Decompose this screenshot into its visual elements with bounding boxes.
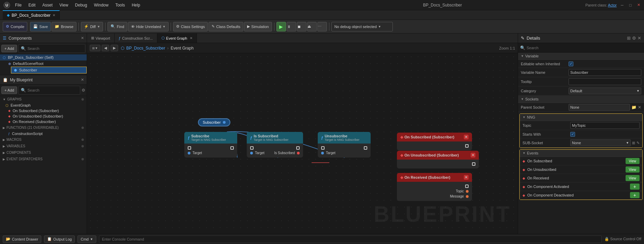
my-blueprint-add-button[interactable]: + Add	[1, 86, 17, 94]
graph-area[interactable]: Subscriber ƒ Subscribe Target is NNG Sub…	[87, 53, 518, 234]
starts-with-checkbox[interactable]: ✓	[570, 132, 575, 137]
cmd-input[interactable]	[99, 235, 602, 243]
diff-button[interactable]: ⚡ Diff ▼	[81, 22, 103, 31]
menu-view[interactable]: View	[58, 2, 70, 8]
on-subscribed-close-btn[interactable]: ✕	[464, 135, 469, 139]
play-button[interactable]: ▶	[276, 22, 286, 31]
functions-section-header[interactable]: ▶ FUNCTIONS (21 OVERRIDABLE) ⊕	[0, 124, 87, 131]
on-received-close-btn[interactable]: ✕	[464, 175, 469, 180]
components-section-header[interactable]: ▶ Components	[0, 149, 87, 156]
output-log-button[interactable]: 📋 Output Log	[44, 235, 75, 243]
on-received-item[interactable]: ◆ On Received (Subscriber)	[0, 119, 87, 124]
cmd-button[interactable]: Cmd ▼	[77, 235, 96, 243]
menu-file[interactable]: File	[14, 2, 23, 8]
content-drawer-button[interactable]: 📂 Content Drawer	[3, 235, 41, 243]
on-component-deactivated-add-button[interactable]: +	[630, 192, 640, 198]
menu-help[interactable]: Help	[130, 2, 142, 8]
stop-button[interactable]: ⏹	[297, 22, 306, 31]
debug-selector[interactable]: No debug object selected ▼	[331, 22, 393, 31]
hide-unrelated-button[interactable]: 👁 Hide Unrelated ▼	[128, 22, 169, 31]
on-unsubscribed-item[interactable]: ◆ On Unsubscribed (Subscriber)	[0, 113, 87, 119]
window-controls[interactable]: ─ □ ✕	[619, 2, 641, 8]
functions-add-icon[interactable]: ⊕	[81, 126, 84, 130]
on-component-activated-add-button[interactable]: +	[630, 184, 640, 190]
event-graph-tab[interactable]: ⬡ Event Graph ✕	[157, 33, 197, 43]
class-defaults-button[interactable]: ✎ Class Defaults	[209, 22, 243, 31]
minimize-btn[interactable]: ─	[619, 2, 625, 8]
on-unsubscribed-event-node[interactable]: ◆ On Unsubscribed (Subscriber) ✕	[397, 151, 479, 168]
breadcrumb-root[interactable]: BP_Docs_Subscriber	[126, 46, 165, 51]
save-button[interactable]: 💾 Save	[30, 22, 51, 31]
component-subscriber[interactable]: ⬟ Subscriber	[11, 67, 87, 73]
socket-folder-icon[interactable]: 📁	[631, 105, 636, 110]
details-settings-icon[interactable]: ⚙	[632, 36, 636, 41]
sub-socket-select[interactable]: None ▼	[570, 139, 631, 146]
on-subscribed-view-button[interactable]: View	[626, 158, 640, 164]
sub-socket-edit-icon[interactable]: ✎	[636, 141, 640, 145]
my-blueprint-search-input[interactable]	[27, 88, 78, 92]
blueprint-tab[interactable]: ◆ BP_Docs_Subscriber ✕	[3, 10, 60, 19]
macros-add-icon[interactable]: ⊕	[81, 138, 84, 141]
on-subscribed-item[interactable]: ◆ On Subscribed (Subscriber)	[0, 108, 87, 113]
variables-section-header[interactable]: ▶ VARIABLES ⊕	[0, 143, 87, 149]
details-search-input[interactable]	[527, 46, 642, 50]
macros-section-header[interactable]: ▶ MACROS ⊕	[0, 136, 87, 143]
event-graph-item[interactable]: ⬡ EventGraph	[0, 103, 87, 108]
maximize-btn[interactable]: □	[628, 2, 633, 8]
tooltip-input[interactable]	[569, 78, 641, 85]
event-graph-tab-close[interactable]: ✕	[190, 36, 192, 40]
more-button[interactable]: ⋯	[317, 22, 327, 31]
menu-tools[interactable]: Tools	[114, 2, 126, 8]
viewport-tab[interactable]: ⊞ Viewport	[87, 33, 115, 43]
unsubscribe-node[interactable]: ƒ Unsubscribe Target is NNG Subscriber T…	[318, 132, 371, 158]
on-unsubscribed-view-button[interactable]: View	[626, 166, 640, 173]
nav-back-button[interactable]: ◀	[102, 45, 109, 51]
step-button[interactable]: ⏸	[287, 22, 296, 31]
parent-class-link[interactable]: Actor	[608, 3, 617, 7]
simulation-button[interactable]: ▶ Simulation	[244, 22, 272, 31]
my-blueprint-settings-icon[interactable]: ⚙	[82, 88, 85, 93]
sub-socket-expand-icon[interactable]: ⊞	[632, 141, 635, 145]
browse-button[interactable]: 📁 Browse	[52, 22, 76, 31]
component-self[interactable]: ⬡ BP_Docs_Subscriber (Self)	[0, 54, 87, 60]
nav-grid-button[interactable]: ⊞▼	[90, 45, 100, 51]
class-settings-button[interactable]: ⚙ Class Settings	[173, 22, 208, 31]
on-received-event-node[interactable]: ◆ On Received (Subscriber) ✕ Topic Messa…	[397, 173, 472, 201]
graphs-add-icon[interactable]: ⊕	[81, 97, 84, 101]
subscriber-var-node[interactable]: Subscriber	[198, 118, 230, 126]
on-unsubscribed-close-btn[interactable]: ✕	[471, 153, 475, 158]
editable-inherited-checkbox[interactable]: ✓	[569, 62, 573, 66]
component-scene-root[interactable]: ⊕ DefaultSceneRoot	[5, 60, 87, 67]
menu-bar[interactable]: File Edit Asset View Debug Window Tools …	[14, 2, 300, 8]
event-dispatchers-section-header[interactable]: ▶ EVENT DISPATCHERS ⊕	[0, 156, 87, 162]
components-search-input[interactable]	[27, 46, 83, 51]
construction-tab[interactable]: ƒ Construction Scr...	[115, 33, 157, 43]
components-add-button[interactable]: + Add	[1, 45, 17, 52]
nng-section-header[interactable]: ▼ NNG	[520, 114, 642, 121]
sockets-section-header[interactable]: ▼ Sockets	[518, 96, 644, 103]
construction-script-item[interactable]: ƒ ConstructionScript	[0, 131, 87, 136]
my-blueprint-close[interactable]: ✕	[81, 78, 84, 82]
menu-edit[interactable]: Edit	[27, 2, 37, 8]
components-close[interactable]: ✕	[81, 36, 84, 40]
category-select[interactable]: Default ▼	[569, 87, 641, 94]
canvas[interactable]: ⊞ Viewport ƒ Construction Scr... ⬡ Event…	[87, 33, 518, 234]
blueprint-tab-close[interactable]: ✕	[53, 13, 55, 17]
event-dispatchers-add-icon[interactable]: ⊕	[81, 157, 84, 161]
on-received-view-button[interactable]: View	[626, 175, 640, 181]
socket-clear-icon[interactable]: ✕	[638, 105, 641, 110]
events-section-header[interactable]: ▼ Events	[520, 150, 642, 157]
menu-debug[interactable]: Debug	[74, 2, 88, 8]
details-close-icon[interactable]: ✕	[638, 36, 641, 41]
subscribe-node[interactable]: ƒ Subscribe Target is NNG Subscriber Tar…	[184, 132, 237, 158]
topic-input[interactable]	[570, 122, 640, 129]
eject-button[interactable]: ⏏	[307, 22, 317, 31]
graphs-section-header[interactable]: ▼ GRAPHS ⊕	[0, 96, 87, 103]
variable-section-header[interactable]: ▼ Variable	[518, 53, 644, 60]
details-grid-icon[interactable]: ⊞	[627, 36, 631, 41]
find-button[interactable]: 🔍 Find	[108, 22, 127, 31]
parent-socket-select[interactable]: None	[569, 104, 630, 111]
is-subscribed-node[interactable]: ƒ Is Subscribed Target is NNG Subscriber…	[247, 132, 303, 158]
nav-forward-button[interactable]: ▶	[111, 45, 118, 51]
menu-asset[interactable]: Asset	[41, 2, 54, 8]
